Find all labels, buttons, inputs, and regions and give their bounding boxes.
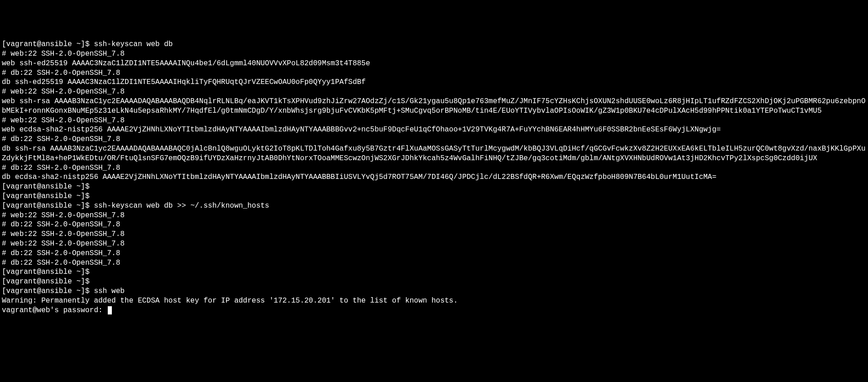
terminal-cursor — [108, 306, 112, 314]
terminal-output-text: # db:22 SSH-2.0-OpenSSH_7.8 — [2, 164, 120, 172]
terminal-line: # web:22 SSH-2.0-OpenSSH_7.8 — [2, 239, 866, 249]
terminal-line: [vagrant@ansible ~]$ ssh-keyscan web db … — [2, 201, 866, 211]
terminal-line: # web:22 SSH-2.0-OpenSSH_7.8 — [2, 87, 866, 97]
terminal-line: # db:22 SSH-2.0-OpenSSH_7.8 — [2, 249, 866, 258]
terminal-output-text: web ssh-ed25519 AAAAC3NzaC1lZDI1NTE5AAAA… — [2, 59, 370, 68]
terminal-output-text: vagrant@web's password: — [2, 306, 107, 314]
shell-prompt: [vagrant@ansible ~]$ — [2, 183, 94, 191]
terminal-output-text: # db:22 SSH-2.0-OpenSSH_7.8 — [2, 69, 120, 77]
terminal-output-text: # db:22 SSH-2.0-OpenSSH_7.8 — [2, 135, 120, 143]
terminal-line: # web:22 SSH-2.0-OpenSSH_7.8 — [2, 116, 866, 126]
terminal-output-text: db ssh-rsa AAAAB3NzaC1yc2EAAAADAQABAAABA… — [2, 145, 866, 162]
terminal-line: [vagrant@ansible ~]$ ssh web — [2, 287, 866, 296]
shell-prompt: [vagrant@ansible ~]$ — [2, 277, 94, 286]
shell-prompt: [vagrant@ansible ~]$ — [2, 40, 94, 48]
terminal-output-text: db ssh-ed25519 AAAAC3NzaC1lZDI1NTE5AAAAI… — [2, 78, 366, 86]
terminal-output-text: # web:22 SSH-2.0-OpenSSH_7.8 — [2, 230, 125, 238]
shell-prompt: [vagrant@ansible ~]$ — [2, 202, 94, 210]
terminal-line: db ssh-ed25519 AAAAC3NzaC1lZDI1NTE5AAAAI… — [2, 78, 866, 87]
terminal-output-text: # web:22 SSH-2.0-OpenSSH_7.8 — [2, 240, 125, 248]
shell-prompt: [vagrant@ansible ~]$ — [2, 268, 94, 276]
terminal-output[interactable]: [vagrant@ansible ~]$ ssh-keyscan web db#… — [2, 40, 866, 315]
terminal-line: db ecdsa-sha2-nistp256 AAAAE2VjZHNhLXNoY… — [2, 173, 866, 182]
terminal-line: [vagrant@ansible ~]$ — [2, 267, 866, 277]
shell-command: ssh web — [94, 287, 125, 295]
terminal-output-text: # db:22 SSH-2.0-OpenSSH_7.8 — [2, 259, 120, 267]
terminal-line: [vagrant@ansible ~]$ — [2, 277, 866, 287]
terminal-line: # db:22 SSH-2.0-OpenSSH_7.8 — [2, 163, 866, 173]
terminal-output-text: # web:22 SSH-2.0-OpenSSH_7.8 — [2, 116, 125, 125]
terminal-line: [vagrant@ansible ~]$ — [2, 182, 866, 192]
terminal-line: # web:22 SSH-2.0-OpenSSH_7.8 — [2, 230, 866, 239]
terminal-line: web ecdsa-sha2-nistp256 AAAAE2VjZHNhLXNo… — [2, 125, 866, 135]
terminal-output-text: db ecdsa-sha2-nistp256 AAAAE2VjZHNhLXNoY… — [2, 173, 716, 181]
shell-prompt: [vagrant@ansible ~]$ — [2, 287, 94, 295]
terminal-line: [vagrant@ansible ~]$ — [2, 192, 866, 201]
terminal-line: # db:22 SSH-2.0-OpenSSH_7.8 — [2, 68, 866, 78]
terminal-output-text: web ecdsa-sha2-nistp256 AAAAE2VjZHNhLXNo… — [2, 126, 721, 134]
terminal-output-text: Warning: Permanently added the ECDSA hos… — [2, 297, 458, 305]
terminal-output-text: # web:22 SSH-2.0-OpenSSH_7.8 — [2, 88, 125, 96]
shell-command: ssh-keyscan web db — [94, 40, 173, 48]
shell-prompt: [vagrant@ansible ~]$ — [2, 192, 94, 200]
terminal-output-text: # web:22 SSH-2.0-OpenSSH_7.8 — [2, 50, 125, 58]
shell-command: ssh-keyscan web db >> ~/.ssh/known_hosts — [94, 202, 269, 210]
terminal-output-text: # db:22 SSH-2.0-OpenSSH_7.8 — [2, 249, 120, 257]
terminal-line: [vagrant@ansible ~]$ ssh-keyscan web db — [2, 40, 866, 49]
terminal-line: web ssh-rsa AAAAB3NzaC1yc2EAAAADAQABAAAB… — [2, 97, 866, 116]
terminal-line: db ssh-rsa AAAAB3NzaC1yc2EAAAADAQABAAABA… — [2, 144, 866, 163]
terminal-line: # db:22 SSH-2.0-OpenSSH_7.8 — [2, 220, 866, 230]
terminal-output-text: web ssh-rsa AAAAB3NzaC1yc2EAAAADAQABAAAB… — [2, 97, 866, 115]
terminal-line: # db:22 SSH-2.0-OpenSSH_7.8 — [2, 135, 866, 144]
terminal-line: # db:22 SSH-2.0-OpenSSH_7.8 — [2, 258, 866, 268]
terminal-line: # web:22 SSH-2.0-OpenSSH_7.8 — [2, 49, 866, 59]
terminal-line: Warning: Permanently added the ECDSA hos… — [2, 296, 866, 306]
terminal-output-text: # web:22 SSH-2.0-OpenSSH_7.8 — [2, 211, 125, 220]
terminal-line: # web:22 SSH-2.0-OpenSSH_7.8 — [2, 211, 866, 220]
terminal-line: web ssh-ed25519 AAAAC3NzaC1lZDI1NTE5AAAA… — [2, 59, 866, 68]
terminal-line: vagrant@web's password: — [2, 306, 866, 315]
terminal-output-text: # db:22 SSH-2.0-OpenSSH_7.8 — [2, 220, 120, 229]
